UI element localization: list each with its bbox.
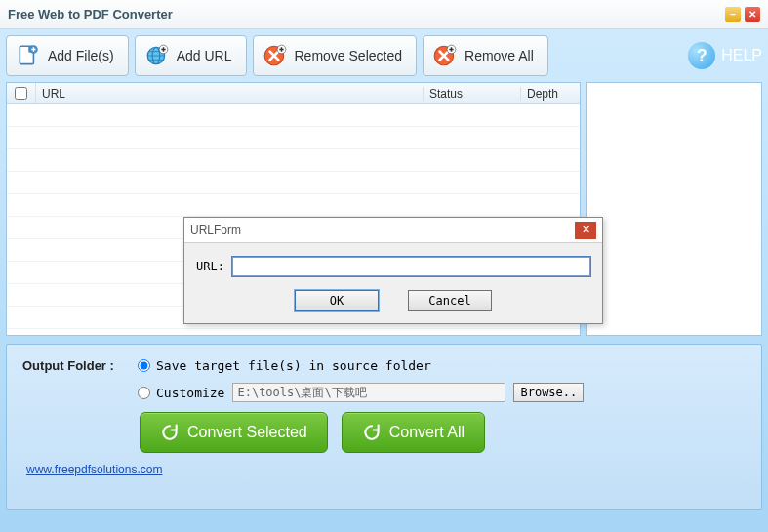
radio-customize[interactable]: Customize [138,386,224,400]
cancel-button[interactable]: Cancel [408,290,492,311]
add-url-label: Add URL [177,48,232,63]
add-files-label: Add File(s) [48,48,114,63]
table-header: URL Status Depth [7,83,580,104]
url-dialog: URLForm ✕ URL: OK Cancel [183,217,603,324]
close-button[interactable]: ✕ [745,7,760,22]
file-plus-icon [15,42,42,69]
table-row [7,172,580,194]
toolbar: Add File(s) Add URL Remove Selected Remo… [6,35,762,76]
window-title: Free Web to PDF Converter [8,7,721,21]
convert-all-label: Convert All [389,424,465,441]
add-files-button[interactable]: Add File(s) [6,35,129,76]
add-url-button[interactable]: Add URL [135,35,247,76]
dialog-close-button[interactable]: ✕ [575,222,596,239]
table-row [7,104,580,127]
refresh-icon [160,423,180,442]
remove-all-label: Remove All [465,48,534,63]
column-depth[interactable]: Depth [521,87,580,101]
dialog-body: URL: OK Cancel [184,243,602,323]
remove-selected-button[interactable]: Remove Selected [253,35,418,76]
help-label: HELP [721,47,762,64]
remove-all-icon [431,42,459,69]
remove-selected-label: Remove Selected [295,48,403,63]
help-button[interactable]: ? HELP [688,42,762,69]
minimize-button[interactable]: – [725,7,741,22]
refresh-icon [362,423,382,442]
table-row [7,127,580,149]
table-row [7,149,580,172]
titlebar: Free Web to PDF Converter – ✕ [0,0,768,29]
dialog-titlebar: URLForm ✕ [184,218,602,243]
column-status[interactable]: Status [424,87,521,101]
remove-all-button[interactable]: Remove All [423,35,548,76]
radio-source-label: Save target file(s) in source folder [156,358,431,373]
browse-button[interactable]: Browse.. [513,383,584,402]
convert-selected-button[interactable]: Convert Selected [140,412,328,453]
radio-source-folder[interactable]: Save target file(s) in source folder [138,358,431,373]
preview-panel [586,82,762,336]
convert-all-button[interactable]: Convert All [342,412,485,453]
select-all-checkbox[interactable] [7,83,36,103]
url-input[interactable] [232,257,590,276]
custom-path-input[interactable] [232,383,505,402]
radio-customize-label: Customize [156,386,224,400]
convert-selected-label: Convert Selected [187,424,307,441]
dialog-title-text: URLForm [190,224,241,237]
help-icon: ? [688,42,715,69]
globe-plus-icon [143,42,171,69]
output-panel: Output Folder : Save target file(s) in s… [6,344,762,510]
ok-button[interactable]: OK [295,290,379,311]
website-link[interactable]: www.freepdfsolutions.com [26,463,746,476]
table-row [7,194,580,217]
url-field-label: URL: [196,260,224,273]
output-folder-label: Output Folder : [22,358,130,373]
remove-selected-icon [262,42,289,69]
column-url[interactable]: URL [36,87,424,101]
